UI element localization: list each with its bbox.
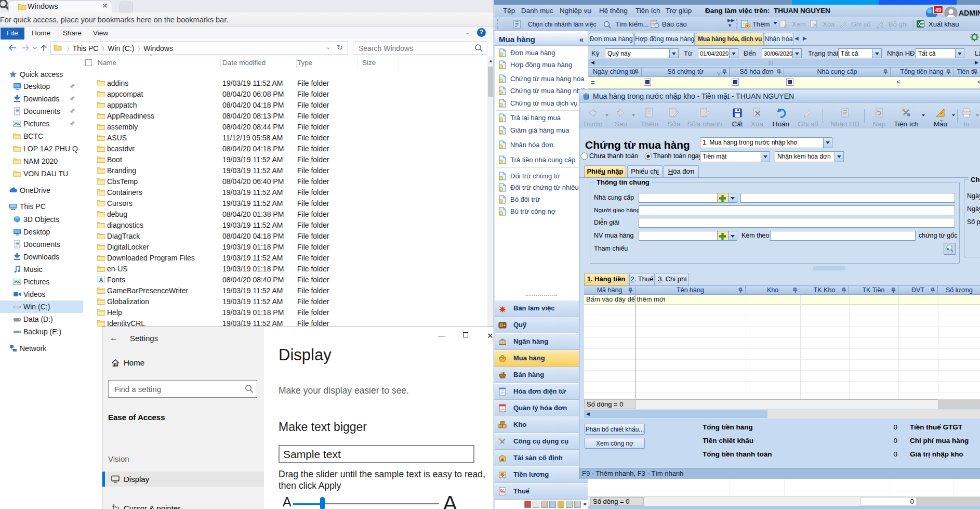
- svg-text:A: A: [99, 277, 103, 283]
- svg-text:%: %: [500, 489, 505, 494]
- svg-text:$: $: [501, 473, 504, 477]
